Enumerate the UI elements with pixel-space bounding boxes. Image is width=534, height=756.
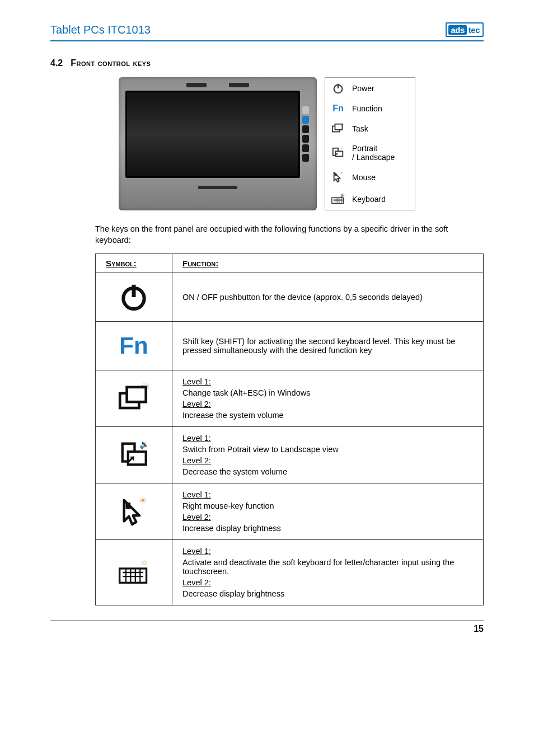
fn-icon: Fn bbox=[106, 326, 162, 365]
tablet-mock bbox=[119, 77, 317, 210]
legend-box: Power Fn Function 🔊 Task ☀ Portrait / La… bbox=[325, 77, 415, 210]
section-number: 4.2 bbox=[50, 58, 63, 68]
svg-text:🔉: 🔉 bbox=[139, 439, 150, 449]
legend-label: Power bbox=[352, 84, 374, 93]
svg-rect-31 bbox=[120, 569, 147, 583]
legend-mouse: ☀ Mouse bbox=[325, 166, 415, 189]
mouse-icon: ☀ bbox=[331, 171, 345, 184]
func-cell: Level 1: Activate and deactivate the sof… bbox=[172, 540, 484, 605]
section-title: Front control keys bbox=[71, 58, 151, 68]
symbol-function-table: Symbol: Function: ON / OFF pushbutton fo… bbox=[95, 253, 484, 605]
svg-text:☀: ☀ bbox=[340, 146, 343, 150]
power-icon bbox=[106, 278, 162, 317]
tablet-screen bbox=[125, 91, 300, 178]
svg-text:☀: ☀ bbox=[340, 171, 343, 175]
table-row: ☀ Level 1: Right mouse-key function Leve… bbox=[96, 483, 484, 540]
legend-label: Function bbox=[352, 104, 382, 113]
svg-text:☼: ☼ bbox=[140, 557, 148, 566]
logo-part-a: ads bbox=[448, 25, 466, 35]
svg-text:☀: ☀ bbox=[139, 496, 147, 505]
keyboard-icon: ☼ bbox=[106, 553, 162, 592]
page-number: 15 bbox=[50, 620, 484, 634]
legend-label: Task bbox=[352, 124, 368, 133]
tablet-side-keys bbox=[302, 91, 310, 178]
intro-text: The keys on the front panel are occupied… bbox=[95, 224, 484, 246]
keyboard-icon: 🔊 bbox=[331, 193, 345, 205]
svg-rect-26 bbox=[128, 452, 146, 464]
rotate-icon: ☀ bbox=[331, 146, 345, 159]
legend-task: 🔊 Task bbox=[325, 118, 415, 139]
svg-rect-29 bbox=[126, 503, 131, 509]
header-title: Tablet PCs ITC1013 bbox=[50, 24, 151, 36]
legend-rotate: ☀ Portrait / Landscape bbox=[325, 139, 415, 166]
rotate-icon: 🔉 bbox=[106, 435, 162, 475]
legend-label: Portrait / Landscape bbox=[352, 144, 395, 162]
task-icon: 🔊 bbox=[106, 379, 162, 418]
header-rule bbox=[50, 40, 484, 41]
legend-label: Keyboard bbox=[352, 195, 386, 204]
legend-power: Power bbox=[325, 78, 415, 99]
power-icon bbox=[331, 82, 345, 95]
func-cell: ON / OFF pushbutton for the device (appr… bbox=[172, 273, 484, 322]
page-header: Tablet PCs ITC1013 ads tec bbox=[50, 22, 484, 39]
task-icon: 🔊 bbox=[331, 123, 345, 135]
col-head-symbol: Symbol: bbox=[96, 254, 172, 273]
svg-rect-4 bbox=[335, 124, 342, 130]
legend-function: Fn Function bbox=[325, 99, 415, 118]
table-row: 🔊 Level 1: Change task (Alt+ESC) in Wind… bbox=[96, 370, 484, 427]
col-head-function: Function: bbox=[172, 254, 484, 273]
fn-icon: Fn bbox=[331, 104, 345, 114]
mouse-icon: ☀ bbox=[106, 492, 162, 531]
legend-label: Mouse bbox=[352, 173, 376, 182]
table-row: ☼ Level 1: Activate and deactivate the s… bbox=[96, 540, 484, 605]
table-row: ON / OFF pushbutton for the device (appr… bbox=[96, 273, 484, 322]
svg-rect-10 bbox=[335, 173, 337, 176]
table-row: 🔉 Level 1: Switch from Potrait view to L… bbox=[96, 427, 484, 483]
figure-row: Power Fn Function 🔊 Task ☀ Portrait / La… bbox=[50, 77, 484, 210]
svg-rect-12 bbox=[332, 198, 343, 203]
logo-part-b: tec bbox=[467, 25, 481, 35]
func-cell: Level 1: Right mouse-key function Level … bbox=[172, 483, 484, 540]
section-heading: 4.2 Front control keys bbox=[50, 58, 484, 68]
brand-logo: ads tec bbox=[446, 22, 484, 37]
func-cell: Shift key (SHIFT) for activating the sec… bbox=[172, 322, 484, 370]
func-cell: Level 1: Switch from Potrait view to Lan… bbox=[172, 427, 484, 483]
svg-rect-23 bbox=[127, 387, 146, 402]
func-cell: Level 1: Change task (Alt+ESC) in Window… bbox=[172, 370, 484, 427]
legend-keyboard: 🔊 Keyboard bbox=[325, 189, 415, 210]
svg-text:🔊: 🔊 bbox=[340, 193, 345, 198]
table-row: Fn Shift key (SHIFT) for activating the … bbox=[96, 322, 484, 370]
